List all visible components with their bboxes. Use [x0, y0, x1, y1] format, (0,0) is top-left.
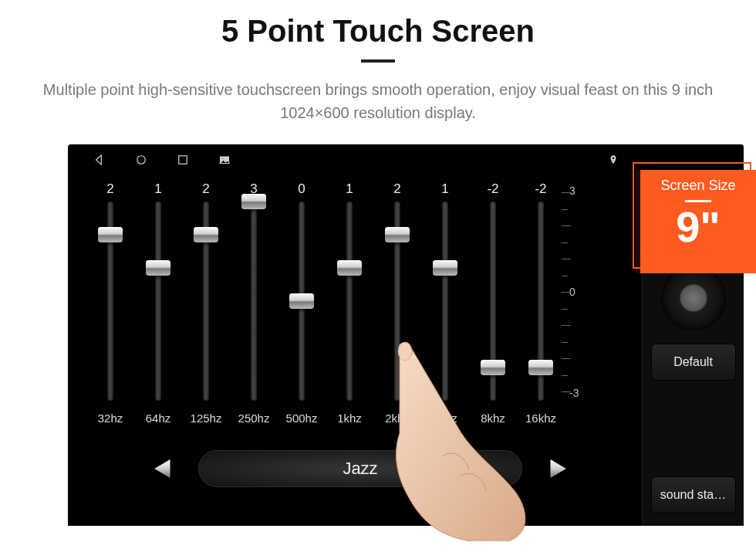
gallery-icon[interactable] — [218, 153, 231, 167]
eq-slider[interactable] — [421, 202, 469, 401]
eq-slider[interactable] — [278, 202, 326, 401]
balance-dial[interactable] — [662, 266, 725, 330]
screen-size-callout: Screen Size 9" — [640, 170, 756, 273]
eq-slider-thumb[interactable] — [289, 293, 314, 309]
eq-slider-thumb[interactable] — [481, 360, 505, 375]
eq-band-64hz: 164hz — [134, 181, 182, 425]
eq-band-8khz: -28khz — [469, 181, 517, 425]
svg-marker-5 — [551, 459, 566, 478]
page-title: 5 Point Touch Screen — [0, 14, 756, 49]
eq-band-freq: 8khz — [481, 412, 505, 425]
eq-band-value: 2 — [106, 181, 113, 198]
preset-next-button[interactable] — [542, 454, 572, 483]
eq-slider-thumb[interactable] — [194, 227, 218, 242]
eq-band-freq: 500hz — [286, 412, 318, 425]
eq-slider[interactable] — [326, 202, 373, 401]
eq-band-value: 1 — [346, 181, 353, 198]
scale-mid: 0 — [569, 286, 592, 298]
preset-bar: Jazz — [86, 450, 634, 487]
svg-marker-4 — [154, 459, 170, 478]
eq-band-freq: 64hz — [146, 412, 171, 425]
preset-prev-button[interactable] — [149, 454, 178, 483]
equalizer-panel: 232hz164hz2125hz3250hz0500hz11khz22khz14… — [82, 175, 642, 526]
recent-apps-icon[interactable] — [176, 153, 190, 167]
eq-slider[interactable] — [86, 202, 134, 401]
eq-band-value: 1 — [441, 181, 448, 198]
eq-slider-thumb[interactable] — [241, 194, 266, 209]
eq-band-value: -2 — [487, 181, 498, 198]
eq-band-500hz: 0500hz — [278, 181, 326, 425]
eq-slider-thumb[interactable] — [385, 227, 410, 242]
eq-band-freq: 125hz — [191, 412, 222, 425]
eq-band-2khz: 22khz — [373, 181, 421, 425]
eq-band-freq: 4khz — [433, 412, 457, 425]
eq-slider-thumb[interactable] — [337, 260, 362, 276]
eq-band-250hz: 3250hz — [230, 181, 278, 425]
svg-point-0 — [137, 156, 146, 164]
eq-band-4khz: 14khz — [421, 181, 469, 425]
eq-band-1khz: 11khz — [326, 181, 373, 425]
eq-slider-thumb[interactable] — [98, 227, 123, 242]
default-button[interactable]: Default — [651, 344, 736, 381]
eq-band-16khz: -216khz — [517, 181, 565, 425]
callout-label: Screen Size — [645, 178, 751, 194]
eq-slider[interactable] — [134, 202, 182, 401]
eq-band-freq: 16khz — [525, 412, 556, 425]
scale-min: -3 — [569, 387, 592, 399]
location-pin-icon[interactable] — [606, 153, 620, 167]
sound-stage-button[interactable]: sound sta… — [651, 476, 736, 513]
eq-band-freq: 1khz — [337, 412, 362, 425]
eq-band-125hz: 2125hz — [182, 181, 230, 425]
eq-slider-thumb[interactable] — [528, 360, 553, 375]
eq-slider[interactable] — [230, 202, 278, 401]
eq-band-freq: 250hz — [238, 412, 270, 425]
eq-band-value: 0 — [298, 181, 305, 198]
eq-band-value: 2 — [202, 181, 209, 198]
home-icon[interactable] — [134, 153, 148, 167]
eq-slider-thumb[interactable] — [146, 260, 170, 276]
eq-slider[interactable] — [517, 202, 565, 401]
back-icon[interactable] — [93, 153, 106, 167]
eq-slider[interactable] — [469, 202, 517, 401]
page-subtitle: Multiple point high-sensitive touchscree… — [31, 78, 725, 124]
eq-scale: 3 0 -3 — [565, 181, 592, 402]
scale-max: 3 — [569, 185, 592, 197]
svg-rect-1 — [179, 156, 187, 164]
eq-band-freq: 2khz — [385, 412, 410, 425]
eq-band-freq: 32hz — [98, 412, 123, 425]
title-rule — [361, 59, 395, 63]
eq-band-value: -2 — [535, 181, 546, 198]
preset-name[interactable]: Jazz — [198, 450, 522, 487]
eq-band-value: 2 — [393, 181, 400, 198]
eq-slider[interactable] — [182, 202, 230, 401]
eq-slider[interactable] — [373, 202, 421, 401]
eq-band-value: 1 — [154, 181, 161, 198]
eq-sliders: 232hz164hz2125hz3250hz0500hz11khz22khz14… — [86, 181, 634, 429]
eq-slider-thumb[interactable] — [433, 260, 457, 276]
callout-value: 9" — [645, 205, 751, 249]
eq-band-32hz: 232hz — [86, 181, 134, 425]
